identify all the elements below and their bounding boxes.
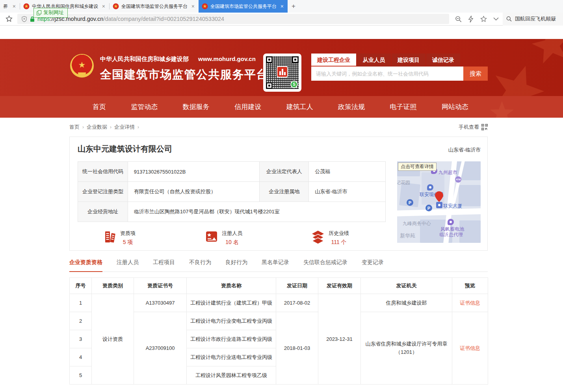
col-preview: 预览 — [452, 278, 488, 294]
site-header: ★ 中华人民共和国住房和城乡建设部 www.mohurd.gov.cn 全国建筑… — [0, 39, 563, 96]
emblem-favicon-icon — [202, 3, 208, 9]
stat-label: 注册人员 — [222, 230, 242, 237]
field-value: 91371302675501022B — [128, 162, 260, 182]
nav-item-home[interactable]: 首页 — [93, 102, 106, 111]
header-titles: 中华人民共和国住房和城乡建设部 www.mohurd.gov.cn 全国建筑市场… — [100, 55, 268, 83]
field-label: 企业经营地址 — [78, 202, 128, 222]
cell-preview: 证书信息 — [452, 312, 488, 385]
search-tab-personnel[interactable]: 从业人员 — [357, 54, 391, 67]
cell-qual-name: 工程设计电力行业变电工程专业丙级 — [187, 312, 276, 330]
map-parking-icon: P — [426, 205, 432, 211]
map-label-garden: 记花园 — [397, 179, 410, 186]
location-map[interactable]: 九州超市 ATM 记花园 联安现代城 联安大厦 P P 九峰商务中心 风帆蓄电池… — [397, 161, 481, 243]
certificate-info-link[interactable]: 证书信息 — [460, 300, 480, 306]
new-tab-button[interactable]: + — [288, 0, 299, 13]
breadcrumb-company-data[interactable]: 企业数据 — [87, 124, 107, 131]
search-row: 搜索 — [311, 67, 488, 81]
cell-cert-no: A137030497 — [134, 294, 187, 312]
nav-item-credit[interactable]: 信用建设 — [234, 102, 261, 111]
search-tab-credit[interactable]: 诚信记录 — [426, 54, 460, 67]
national-emblem-icon: ★ — [70, 54, 94, 78]
wechat-channel-icon: S — [290, 81, 298, 88]
nav-item-site-news[interactable]: 网站动态 — [442, 102, 468, 111]
company-region: 山东省-临沂市 — [448, 146, 481, 153]
nav-item-e-license[interactable]: 电子证照 — [390, 102, 417, 111]
stat-label: 资质项 — [120, 230, 136, 237]
browser-tab-partial[interactable]: 界 × — [0, 0, 20, 13]
favorite-star-icon[interactable] — [480, 15, 487, 23]
breadcrumb-home[interactable]: 首页 — [69, 124, 80, 131]
certificate-info-link[interactable]: 证书信息 — [460, 345, 480, 351]
field-value: 公茂福 — [309, 162, 386, 182]
ministry-site: www.mohurd.gov.cn — [198, 55, 256, 63]
search-button[interactable]: 搜索 — [463, 67, 488, 81]
tab-bad-behavior[interactable]: 不良行为 — [189, 259, 211, 272]
tab-blacklist[interactable]: 黑名单记录 — [262, 259, 289, 272]
trending-search-text: 国航回应飞机颠簸 — [515, 15, 556, 22]
copy-url-tooltip: 复制网址 — [33, 8, 68, 18]
mobile-view-label: 手机查看 — [459, 124, 479, 131]
map-label-lianan-tower: 联安大厦 — [443, 203, 462, 209]
bookmark-star-icon[interactable] — [4, 15, 14, 23]
chevron-down-icon[interactable] — [493, 17, 499, 21]
tab-good-behavior[interactable]: 良好行为 — [225, 259, 247, 272]
col-cert-no: 资质证书号 — [134, 278, 187, 294]
keyword-search-input[interactable] — [311, 67, 463, 81]
field-label: 企业法定代表人 — [260, 162, 309, 182]
map-pin-lianan-modern — [427, 184, 433, 190]
search-tab-enterprise[interactable]: 建设工程企业 — [311, 54, 356, 67]
toolbar-icons — [455, 15, 499, 23]
close-icon[interactable]: × — [191, 4, 195, 9]
qualification-table: 序号 资质类别 资质证书号 资质名称 发证日期 发证有效期 发证机关 预览 1 … — [69, 277, 488, 385]
cell-validity: 2023-12-31 — [318, 294, 361, 385]
copy-tooltip-label: 复制网址 — [43, 9, 64, 16]
browser-tab-jzsc-active[interactable]: 全国建筑市场监管公共服务平台 × — [199, 0, 288, 13]
tab-title: 全国建筑市场监管公共服务平台 — [210, 3, 277, 10]
search-tab-project[interactable]: 建设项目 — [392, 54, 426, 67]
company-card: 山东中元建筑设计有限公司 山东省-临沂市 统一社会信用代码 9137130267… — [69, 137, 488, 251]
nav-item-policy[interactable]: 政策法规 — [338, 102, 365, 111]
tab-registered-personnel[interactable]: 注册人员 — [117, 259, 139, 272]
close-icon[interactable]: × — [280, 4, 284, 9]
qr-eye — [292, 56, 299, 63]
map-label-xinhua: 新华苑 — [400, 232, 415, 239]
lightning-icon[interactable] — [468, 15, 474, 23]
map-red-marker-icon — [435, 191, 443, 202]
nav-item-data-service[interactable]: 数据服务 — [183, 102, 210, 111]
company-info-table: 统一社会信用代码 91371302675501022B 企业法定代表人 公茂福 … — [78, 161, 386, 222]
tab-dishonesty[interactable]: 失信联合惩戒记录 — [303, 259, 347, 272]
qr-mini-icon — [481, 124, 488, 130]
tab-change-records[interactable]: 变更记录 — [362, 259, 384, 272]
tab-title: 全国建筑市场监管公共服务平台 — [121, 3, 188, 10]
field-label: 企业注册属地 — [260, 182, 309, 202]
col-authority: 发证机关 — [361, 278, 452, 294]
main-navigation: 首页 监管动态 数据服务 信用建设 建筑工人 政策法规 电子证照 网站动态 — [0, 96, 563, 118]
mobile-view-toggle[interactable]: 手机查看 — [459, 124, 488, 131]
field-value: 有限责任公司（自然人投资或控股） — [128, 182, 260, 202]
nav-item-supervision[interactable]: 监管动态 — [131, 102, 158, 111]
col-seq: 序号 — [70, 278, 92, 294]
star-decoration — [488, 99, 516, 118]
stat-value: 5 项 — [120, 239, 136, 246]
trending-search-box[interactable]: 国航回应飞机颠簸 — [503, 13, 563, 26]
tab-title: 界 — [3, 3, 9, 10]
ministry-line: 中华人民共和国住房和城乡建设部 www.mohurd.gov.cn — [100, 55, 268, 63]
map-parking-icon: P — [407, 199, 413, 206]
field-value: 山东省-临沂市 — [309, 182, 386, 202]
map-atm-badge: ATM — [455, 176, 461, 183]
qr-eye — [266, 82, 273, 89]
cell-issue-date: 2018-01-03 — [276, 312, 318, 385]
zoom-out-icon[interactable] — [455, 15, 462, 23]
map-label-supermarket: 九州超市 — [439, 169, 457, 176]
tab-qualifications[interactable]: 企业资质资格 — [69, 259, 102, 272]
close-icon[interactable]: × — [101, 4, 106, 9]
header-qr-code: S — [263, 54, 301, 92]
shield-icon[interactable] — [21, 16, 27, 22]
col-qual-name: 资质名称 — [187, 278, 276, 294]
tab-projects[interactable]: 工程项目 — [153, 259, 175, 272]
address-bar[interactable]: https://jzsc.mohurd.gov.cn/data/company/… — [17, 14, 449, 24]
close-icon[interactable]: × — [12, 4, 17, 9]
nav-item-workers[interactable]: 建筑工人 — [286, 102, 313, 111]
field-value: 临沂市兰山区陶然路107号星河晶都（联安）现代城1号楼2201室 — [128, 202, 385, 222]
browser-tab-jzsc-1[interactable]: 全国建筑市场监管公共服务平台 × — [110, 0, 199, 13]
